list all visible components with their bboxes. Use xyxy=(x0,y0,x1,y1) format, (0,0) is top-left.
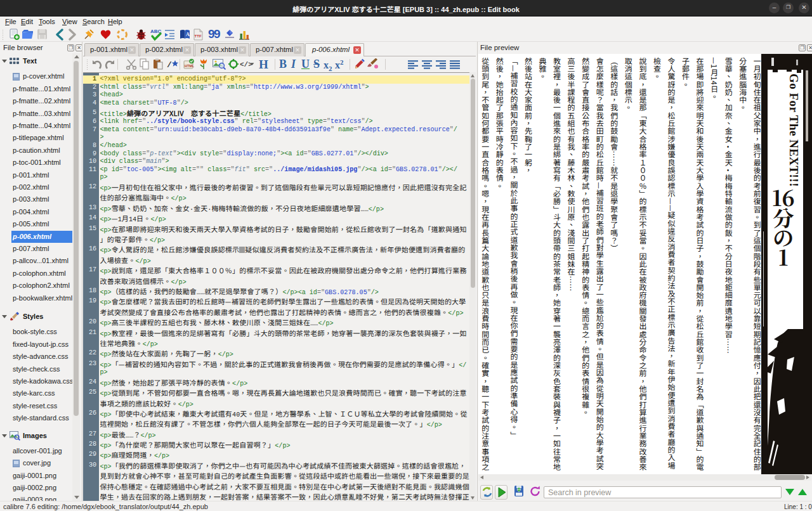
svg-text:HTML: HTML xyxy=(185,64,195,68)
svg-text:TTF: TTF xyxy=(195,34,202,38)
svg-text:A: A xyxy=(186,32,190,37)
svg-text:</>: </> xyxy=(240,61,252,68)
svg-text:/: / xyxy=(167,60,172,70)
